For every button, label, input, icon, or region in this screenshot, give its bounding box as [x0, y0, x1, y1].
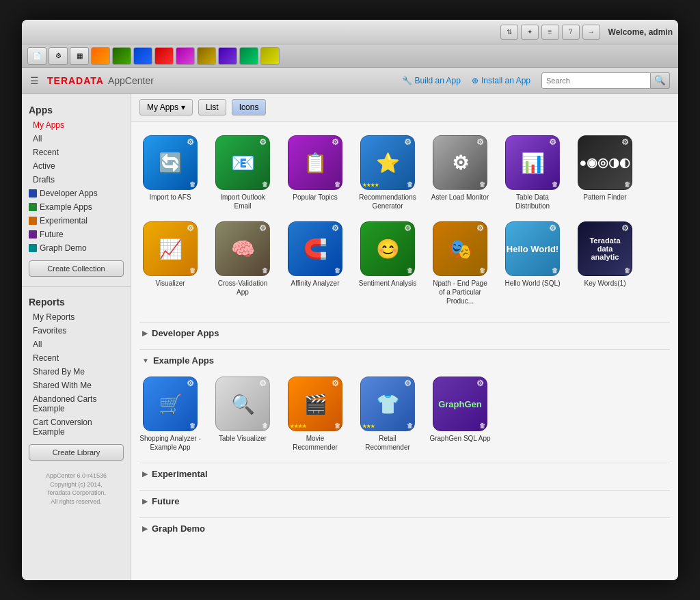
app-item-keywords[interactable]: Teradatadataanalytic ⚙ 🗑 Key Words(1)	[574, 221, 636, 305]
app-item-graphgen[interactable]: GraphGen ⚙ 🗑 GraphGen SQL App	[429, 377, 491, 452]
app-item-aster[interactable]: ⚙ ⚙ 🗑 Aster Load Monitor	[429, 135, 491, 210]
color3-btn[interactable]	[133, 47, 152, 65]
example-apps-title: Example Apps	[153, 355, 214, 366]
welcome-text: Welcome, admin	[608, 27, 673, 37]
color1-btn[interactable]	[91, 47, 110, 65]
gear-overlay-icon: ⚙	[187, 223, 194, 233]
star-btn[interactable]: ✦	[521, 25, 539, 40]
graph-demo-header[interactable]: ▶ Graph Demo	[139, 517, 670, 539]
future-title: Future	[152, 496, 179, 506]
app-item-tabledata[interactable]: 📊 ⚙ 🗑 Table Data Distribution	[502, 135, 563, 210]
create-collection-btn[interactable]: Create Collection	[29, 260, 124, 277]
brand-teradata: TERADATA	[47, 75, 104, 86]
create-library-btn[interactable]: Create Library	[29, 444, 124, 461]
sidebar-item-future[interactable]: Future	[22, 228, 131, 241]
app-item-shopping[interactable]: 🛒 ⚙ 🗑 Shopping Analyzer - Example App	[139, 377, 201, 452]
install-app-btn[interactable]: ⊕ Install an App	[472, 76, 530, 85]
sidebar-item-drafts[interactable]: Drafts	[22, 173, 131, 187]
sidebar-item-all-reports[interactable]: All	[22, 338, 131, 351]
app-item-movie[interactable]: 🎬 ⚙ ★★★★ 🗑 Movie Recommender	[284, 377, 346, 452]
app-item-import-afs[interactable]: 🔄 ⚙ 🗑 Import to AFS	[139, 135, 201, 210]
sidebar-item-abandoned-carts[interactable]: Abandoned Carts Example	[22, 392, 131, 415]
developer-apps-header[interactable]: ▶ Developer Apps	[139, 322, 670, 344]
sidebar-item-my-reports[interactable]: My Reports	[22, 310, 131, 324]
sidebar-item-cart-conversion[interactable]: Cart Conversion Example	[22, 415, 131, 439]
app-name-outlook: Import Outlook Email	[212, 193, 273, 210]
gear-overlay-icon: ⚙	[621, 223, 629, 233]
list-view-btn[interactable]: List	[198, 99, 226, 115]
sidebar-item-shared-by-me[interactable]: Shared By Me	[22, 365, 131, 379]
grid-btn[interactable]: ▦	[70, 47, 89, 65]
color6-btn[interactable]	[197, 47, 216, 65]
new-btn[interactable]: 📄	[27, 47, 46, 65]
app-item-npath[interactable]: 🎭 ⚙ 🗑 Npath - End Page of a Particular P…	[429, 221, 491, 305]
delete-overlay-icon: 🗑	[334, 422, 340, 429]
app-item-popular[interactable]: 📋 ⚙ 🗑 Popular Topics	[284, 135, 346, 210]
sidebar-item-experimental[interactable]: Experimental	[22, 214, 131, 228]
main-layout: Apps My Apps All Recent Active Drafts De…	[22, 94, 678, 580]
delete-overlay-icon: 🗑	[479, 422, 485, 429]
sidebar-item-my-apps[interactable]: My Apps	[22, 118, 131, 132]
sidebar-item-recent-reports[interactable]: Recent	[22, 351, 131, 365]
menu-btn[interactable]: ≡	[541, 25, 559, 40]
app-icon-hello: Hello World! ⚙ 🗑	[505, 221, 560, 276]
stars-overlay-icon: ★★★★	[362, 182, 379, 188]
app-item-outlook[interactable]: 📧 ⚙ 🗑 Import Outlook Email	[212, 135, 273, 210]
delete-overlay-icon: 🗑	[407, 422, 413, 429]
app-item-crossval[interactable]: 🧠 ⚙ 🗑 Cross-Validation App	[212, 221, 273, 305]
future-icon	[29, 230, 37, 238]
gear-overlay-icon: ⚙	[404, 223, 412, 233]
app-name-tablevis: Table Visualizer	[219, 434, 267, 443]
color8-btn[interactable]	[239, 47, 258, 65]
app-item-sentiment[interactable]: 😊 ⚙ 🗑 Sentiment Analysis	[357, 221, 418, 305]
search-button[interactable]: 🔍	[651, 72, 670, 89]
icons-view-btn[interactable]: Icons	[232, 99, 267, 115]
sidebar-item-all[interactable]: All	[22, 132, 131, 146]
experimental-label: Experimental	[40, 216, 88, 226]
install-app-label: Install an App	[481, 76, 530, 85]
sidebar-item-active[interactable]: Active	[22, 159, 131, 173]
color4-btn[interactable]	[154, 47, 174, 65]
app-name-sentiment: Sentiment Analysis	[359, 279, 417, 288]
build-app-btn[interactable]: 🔧 Build an App	[402, 76, 461, 85]
settings-btn[interactable]: ⚙	[49, 47, 68, 65]
app-icon-visualizer: 📈 ⚙ 🗑	[143, 221, 198, 276]
sidebar-item-recent[interactable]: Recent	[22, 146, 131, 159]
app-item-affinity[interactable]: 🧲 ⚙ 🗑 Affinity Analyzer	[284, 221, 346, 305]
nav-btn[interactable]: →	[582, 25, 600, 40]
app-icon-shopping: 🛒 ⚙ 🗑	[143, 377, 198, 431]
graph-demo-section: ▶ Graph Demo	[131, 515, 678, 542]
future-header[interactable]: ▶ Future	[139, 490, 670, 512]
app-item-tablevis[interactable]: 🔍 ⚙ 🗑 Table Visualizer	[212, 377, 273, 452]
sidebar-item-graph-demo[interactable]: Graph Demo	[22, 241, 131, 255]
color7-btn[interactable]	[218, 47, 237, 65]
my-apps-dropdown[interactable]: My Apps ▾	[139, 99, 193, 115]
app-item-visualizer[interactable]: 📈 ⚙ 🗑 Visualizer	[139, 221, 201, 305]
gear-overlay-icon: ⚙	[404, 379, 412, 388]
app-item-retail[interactable]: 👕 ⚙ ★★★ 🗑 Retail Recommender	[357, 377, 418, 452]
app-item-hello[interactable]: Hello World! ⚙ 🗑 Hello World (SQL)	[502, 221, 563, 305]
sidebar-item-favorites[interactable]: Favorites	[22, 324, 131, 338]
future-section: ▶ Future	[131, 487, 678, 515]
help-btn[interactable]: ?	[562, 25, 580, 40]
color2-btn[interactable]	[112, 47, 131, 65]
gear-overlay-icon: ⚙	[549, 223, 556, 233]
app-icon-aster: ⚙ ⚙ 🗑	[433, 135, 487, 190]
example-apps-header[interactable]: ▼ Example Apps	[139, 349, 670, 371]
hamburger-icon[interactable]: ☰	[30, 75, 39, 86]
app-icon-keywords: Teradatadataanalytic ⚙ 🗑	[578, 221, 632, 276]
app-name-crossval: Cross-Validation App	[212, 279, 273, 297]
gear-overlay-icon: ⚙	[621, 137, 629, 147]
future-label: Future	[40, 230, 64, 239]
sort-btn[interactable]: ⇅	[500, 25, 518, 40]
sidebar-item-example-apps[interactable]: Example Apps	[22, 200, 131, 214]
sidebar-item-developer-apps[interactable]: Developer Apps	[22, 187, 131, 200]
app-icon-sentiment: 😊 ⚙ 🗑	[360, 221, 415, 276]
color9-btn[interactable]	[260, 47, 280, 65]
app-item-pattern[interactable]: ●◉◎◑◐ ⚙ 🗑 Pattern Finder	[574, 135, 636, 210]
search-input[interactable]	[541, 72, 651, 89]
experimental-header[interactable]: ▶ Experimental	[139, 463, 670, 485]
app-item-recgen[interactable]: ⭐ ⚙ ★★★★ 🗑 Recommendations Generator	[357, 135, 418, 210]
sidebar-item-shared-with-me[interactable]: Shared With Me	[22, 379, 131, 392]
color5-btn[interactable]	[176, 47, 195, 65]
